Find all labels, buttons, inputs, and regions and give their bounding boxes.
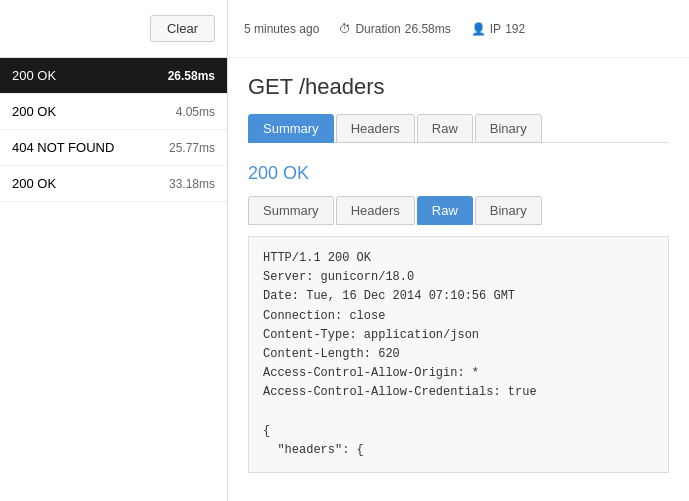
response-tab-summary[interactable]: Summary bbox=[248, 196, 334, 225]
response-tab-raw[interactable]: Raw bbox=[417, 196, 473, 225]
tab-summary[interactable]: Summary bbox=[248, 114, 334, 143]
request-item[interactable]: 200 OK 4.05ms bbox=[0, 94, 227, 130]
response-tab-bar: Summary Headers Raw Binary bbox=[248, 196, 669, 224]
left-panel: Clear 200 OK 26.58ms 200 OK 4.05ms 404 N… bbox=[0, 0, 228, 501]
main-content: GET /headers Summary Headers Raw Binary … bbox=[228, 58, 689, 489]
right-panel: 5 minutes ago ⏱ Duration 26.58ms 👤 IP 19… bbox=[228, 0, 689, 501]
time-ago: 5 minutes ago bbox=[244, 22, 319, 36]
request-duration: 26.58ms bbox=[168, 69, 215, 83]
response-status: 200 OK bbox=[248, 163, 669, 184]
request-duration: 33.18ms bbox=[169, 177, 215, 191]
request-status: 200 OK bbox=[12, 104, 56, 119]
request-status: 200 OK bbox=[12, 68, 56, 83]
clear-button[interactable]: Clear bbox=[150, 15, 215, 42]
request-status: 404 NOT FOUND bbox=[12, 140, 114, 155]
request-status: 200 OK bbox=[12, 176, 56, 191]
duration-label: Duration bbox=[355, 22, 400, 36]
duration-info: ⏱ Duration 26.58ms bbox=[339, 22, 450, 36]
left-header: Clear bbox=[0, 0, 227, 58]
main-tab-bar: Summary Headers Raw Binary bbox=[248, 114, 669, 143]
request-duration: 4.05ms bbox=[176, 105, 215, 119]
tab-raw[interactable]: Raw bbox=[417, 114, 473, 143]
top-bar: 5 minutes ago ⏱ Duration 26.58ms 👤 IP 19… bbox=[228, 0, 689, 58]
ip-label: IP bbox=[490, 22, 501, 36]
request-duration: 25.77ms bbox=[169, 141, 215, 155]
response-section: 200 OK Summary Headers Raw Binary HTTP/1… bbox=[248, 163, 669, 473]
response-tab-headers[interactable]: Headers bbox=[336, 196, 415, 225]
request-list: 200 OK 26.58ms 200 OK 4.05ms 404 NOT FOU… bbox=[0, 58, 227, 501]
request-item[interactable]: 200 OK 26.58ms bbox=[0, 58, 227, 94]
ip-value: 192 bbox=[505, 22, 525, 36]
request-title: GET /headers bbox=[248, 74, 669, 100]
ip-info: 👤 IP 192 bbox=[471, 22, 525, 36]
duration-value: 26.58ms bbox=[405, 22, 451, 36]
person-icon: 👤 bbox=[471, 22, 486, 36]
tab-binary[interactable]: Binary bbox=[475, 114, 542, 143]
clock-icon: ⏱ bbox=[339, 22, 351, 36]
tab-headers[interactable]: Headers bbox=[336, 114, 415, 143]
request-item[interactable]: 404 NOT FOUND 25.77ms bbox=[0, 130, 227, 166]
request-item[interactable]: 200 OK 33.18ms bbox=[0, 166, 227, 202]
raw-content: HTTP/1.1 200 OK Server: gunicorn/18.0 Da… bbox=[248, 236, 669, 473]
response-tab-binary[interactable]: Binary bbox=[475, 196, 542, 225]
